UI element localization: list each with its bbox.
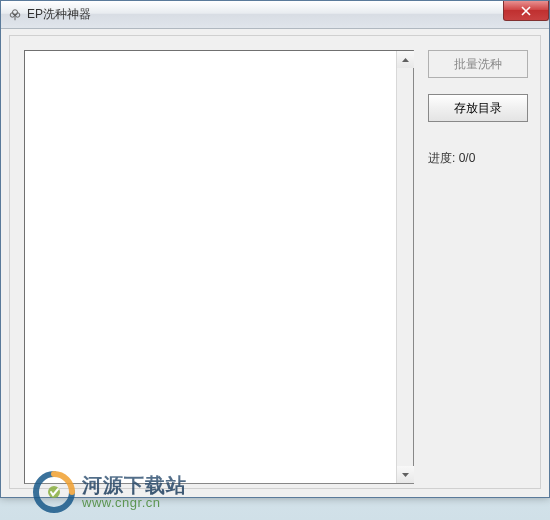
app-icon (7, 7, 23, 23)
svg-point-0 (12, 9, 17, 14)
scroll-down-button[interactable] (397, 466, 414, 483)
save-directory-button[interactable]: 存放目录 (428, 94, 528, 122)
chevron-up-icon (402, 58, 409, 62)
watermark-site-name: 河源下载站 (82, 474, 187, 496)
right-panel: 批量洗种 存放目录 进度: 0/0 (428, 50, 528, 167)
window-title: EP洗种神器 (27, 6, 91, 23)
watermark: 河源下载站 www.cngr.cn (32, 470, 187, 514)
watermark-url: www.cngr.cn (82, 496, 187, 510)
textarea-content[interactable] (25, 51, 396, 483)
app-window: EP洗种神器 批量洗种 存放目录 进度: 0/0 (0, 0, 550, 498)
progress-label: 进度: (428, 151, 455, 165)
chevron-down-icon (402, 473, 409, 477)
progress-text: 进度: 0/0 (428, 150, 528, 167)
scroll-up-button[interactable] (397, 51, 414, 68)
batch-wash-button: 批量洗种 (428, 50, 528, 78)
close-icon (521, 6, 531, 16)
progress-value: 0/0 (459, 151, 476, 165)
close-button[interactable] (503, 1, 549, 21)
watermark-logo-icon (32, 470, 76, 514)
main-textarea[interactable] (24, 50, 414, 484)
titlebar[interactable]: EP洗种神器 (1, 1, 549, 29)
vertical-scrollbar[interactable] (396, 51, 413, 483)
svg-point-4 (48, 486, 60, 498)
client-area: 批量洗种 存放目录 进度: 0/0 (9, 35, 541, 489)
watermark-text: 河源下载站 www.cngr.cn (82, 474, 187, 510)
